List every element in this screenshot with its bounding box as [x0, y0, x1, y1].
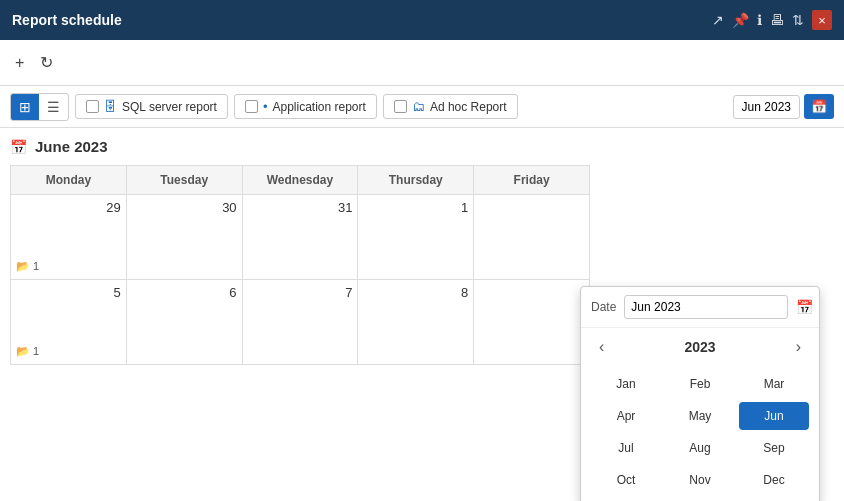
day-number: 30: [132, 200, 237, 215]
col-monday: Monday: [11, 166, 127, 195]
adhoc-checkbox-icon: [394, 100, 407, 113]
day-number: 1: [363, 200, 468, 215]
close-button[interactable]: ×: [812, 10, 832, 30]
calendar-cell[interactable]: 30: [126, 195, 242, 280]
day-event: 📂 1: [16, 345, 121, 358]
day-number: 31: [248, 200, 353, 215]
adhoc-type-icon: 🗂: [412, 99, 425, 114]
date-input[interactable]: [624, 295, 788, 319]
filter-bar: ⊞ ☰ 🗄 SQL server report • Application re…: [0, 86, 844, 128]
datepicker-input-row: Date 📅: [581, 287, 819, 328]
sql-type-icon: 🗄: [104, 99, 117, 114]
day-number: 5: [16, 285, 121, 300]
calendar-cell[interactable]: 6: [126, 280, 242, 365]
datepicker-year: 2023: [684, 339, 715, 355]
sql-checkbox-icon: [86, 100, 99, 113]
toolbar: + ↻: [0, 40, 844, 86]
day-number: 29: [16, 200, 121, 215]
date-calendar-button[interactable]: 📅: [804, 94, 834, 119]
col-friday: Friday: [474, 166, 590, 195]
print-icon[interactable]: 🖶: [770, 12, 784, 28]
month-button-jun[interactable]: Jun: [739, 402, 809, 430]
month-button-mar[interactable]: Mar: [739, 370, 809, 398]
view-toggle: ⊞ ☰: [10, 93, 69, 121]
calendar-cell[interactable]: 31: [242, 195, 358, 280]
col-tuesday: Tuesday: [126, 166, 242, 195]
app-filter-label: Application report: [272, 100, 365, 114]
month-button-jan[interactable]: Jan: [591, 370, 661, 398]
app-checkbox-icon: [245, 100, 258, 113]
info-icon[interactable]: ℹ: [757, 12, 762, 28]
export-icon[interactable]: ⇅: [792, 12, 804, 28]
month-button-may[interactable]: May: [665, 402, 735, 430]
calendar-cell[interactable]: 29📂 1: [11, 195, 127, 280]
month-button-feb[interactable]: Feb: [665, 370, 735, 398]
col-wednesday: Wednesday: [242, 166, 358, 195]
adhoc-report-filter-button[interactable]: 🗂 Ad hoc Report: [383, 94, 518, 119]
refresh-button[interactable]: ↻: [35, 50, 58, 75]
day-number: 7: [248, 285, 353, 300]
datepicker-cal-icon[interactable]: 📅: [796, 299, 813, 315]
app-type-icon: •: [263, 99, 268, 114]
month-button-oct[interactable]: Oct: [591, 466, 661, 494]
sql-filter-label: SQL server report: [122, 100, 217, 114]
title-bar-icons: ↗ 📌 ℹ 🖶 ⇅ ×: [712, 10, 832, 30]
calendar-cell[interactable]: 1: [358, 195, 474, 280]
month-button-jul[interactable]: Jul: [591, 434, 661, 462]
external-link-icon[interactable]: ↗: [712, 12, 724, 28]
date-input-label: Date: [591, 300, 616, 314]
month-button-apr[interactable]: Apr: [591, 402, 661, 430]
month-button-nov[interactable]: Nov: [665, 466, 735, 494]
datepicker-months: JanFebMarAprMayJunJulAugSepOctNovDec: [581, 366, 819, 501]
calendar-month-year: June 2023: [35, 138, 108, 155]
window-title: Report schedule: [12, 12, 122, 28]
calendar-grid: Monday Tuesday Wednesday Thursday Friday…: [10, 165, 590, 365]
day-event: 📂 1: [16, 260, 121, 273]
datepicker-month-nav: ‹ 2023 ›: [581, 328, 819, 366]
day-number: 6: [132, 285, 237, 300]
next-year-button[interactable]: ›: [790, 336, 807, 358]
calendar-cell[interactable]: 7: [242, 280, 358, 365]
pin-icon[interactable]: 📌: [732, 12, 749, 28]
list-view-button[interactable]: ☰: [39, 94, 68, 120]
calendar-cell[interactable]: [474, 280, 590, 365]
day-number: 8: [363, 285, 468, 300]
calendar-icon: 📅: [10, 139, 27, 155]
calendar-cell[interactable]: 8: [358, 280, 474, 365]
app-report-filter-button[interactable]: • Application report: [234, 94, 377, 119]
grid-view-button[interactable]: ⊞: [11, 94, 39, 120]
month-button-aug[interactable]: Aug: [665, 434, 735, 462]
sql-report-filter-button[interactable]: 🗄 SQL server report: [75, 94, 228, 119]
calendar-header: 📅 June 2023: [10, 138, 834, 155]
calendar-cell[interactable]: [474, 195, 590, 280]
title-bar: Report schedule ↗ 📌 ℹ 🖶 ⇅ ×: [0, 0, 844, 40]
month-button-dec[interactable]: Dec: [739, 466, 809, 494]
adhoc-filter-label: Ad hoc Report: [430, 100, 507, 114]
col-thursday: Thursday: [358, 166, 474, 195]
month-button-sep[interactable]: Sep: [739, 434, 809, 462]
datepicker-popup: Date 📅 ‹ 2023 › JanFebMarAprMayJunJulAug…: [580, 286, 820, 501]
date-display: Jun 2023: [733, 95, 800, 119]
calendar-area: 📅 June 2023 Monday Tuesday Wednesday Thu…: [0, 128, 844, 501]
date-navigation: Jun 2023 📅: [733, 94, 834, 119]
prev-year-button[interactable]: ‹: [593, 336, 610, 358]
calendar-cell[interactable]: 5📂 1: [11, 280, 127, 365]
add-button[interactable]: +: [10, 51, 29, 75]
